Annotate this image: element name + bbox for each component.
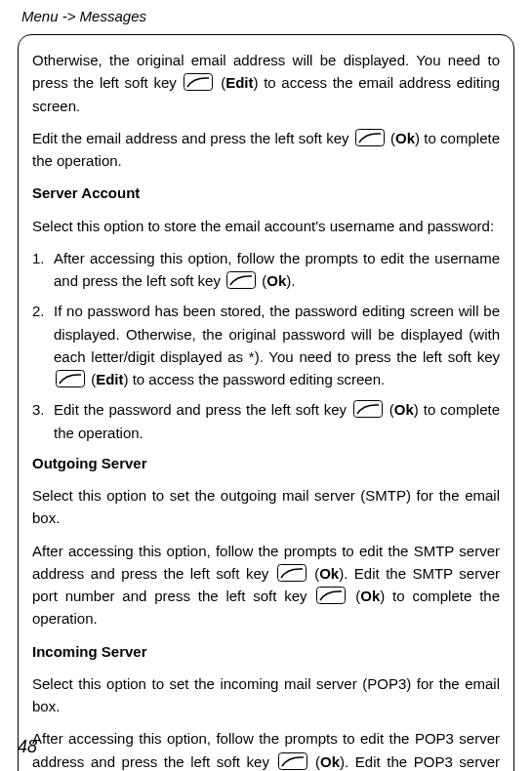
list-number: 2. (32, 300, 45, 322)
paragraph-outgoing-intro: Select this option to set the outgoing m… (32, 484, 500, 530)
text: If no password has been stored, the pass… (54, 303, 500, 365)
text: Edit the password and press the left sof… (54, 401, 351, 418)
list-item: 1. After accessing this option, follow t… (32, 247, 500, 293)
label-edit: Edit (225, 74, 253, 91)
server-account-steps: 1. After accessing this option, follow t… (32, 247, 500, 444)
text: ). (286, 272, 295, 289)
label-ok: Ok (394, 401, 414, 418)
text: Edit the email address and press the lef… (32, 130, 353, 146)
paragraph-incoming-intro: Select this option to set the incoming m… (32, 672, 500, 718)
left-softkey-icon (184, 73, 213, 91)
text: ( (387, 130, 395, 146)
label-ok: Ok (360, 588, 380, 604)
paragraph-server-account: Select this option to store the email ac… (32, 215, 500, 237)
paragraph-email-display: Otherwise, the original email address wi… (32, 49, 500, 117)
svg-rect-3 (57, 371, 85, 387)
left-softkey-icon (355, 129, 385, 146)
page-number: 48 (18, 737, 37, 757)
left-softkey-icon (278, 752, 307, 770)
svg-rect-0 (184, 74, 213, 91)
label-ok: Ok (319, 565, 339, 582)
svg-rect-7 (278, 752, 307, 769)
label-ok: Ok (320, 753, 340, 770)
list-item: 2. If no password has been stored, the p… (32, 300, 500, 390)
svg-rect-2 (227, 272, 256, 289)
breadcrumb: Menu -> Messages (21, 8, 514, 24)
heading-server-account: Server Account (32, 182, 500, 204)
paragraph-edit-email: Edit the email address and press the lef… (32, 127, 500, 173)
label-ok: Ok (266, 272, 286, 289)
heading-incoming-server: Incoming Server (32, 640, 500, 663)
svg-rect-6 (317, 588, 346, 604)
list-number: 3. (32, 398, 45, 421)
left-softkey-icon (353, 400, 383, 418)
heading-outgoing-server: Outgoing Server (32, 452, 500, 474)
left-softkey-icon (226, 271, 256, 289)
label-ok: Ok (395, 130, 415, 146)
text: ( (87, 371, 96, 387)
label-edit: Edit (96, 371, 123, 387)
left-softkey-icon (277, 564, 307, 582)
list-number: 1. (32, 247, 45, 269)
left-softkey-icon (316, 587, 346, 604)
paragraph-outgoing-steps: After accessing this option, follow the … (32, 540, 500, 630)
text: ( (258, 272, 266, 289)
left-softkey-icon (56, 370, 85, 387)
text: ( (348, 588, 360, 604)
svg-rect-5 (277, 564, 306, 581)
svg-rect-1 (355, 129, 384, 145)
text: ( (308, 565, 319, 582)
text: ( (309, 753, 321, 770)
svg-rect-4 (353, 401, 382, 418)
content-box: Otherwise, the original email address wi… (18, 34, 514, 771)
text: ( (385, 401, 394, 418)
paragraph-incoming-steps: After accessing this option, follow the … (32, 727, 500, 771)
text: ) to access the password editing screen. (124, 371, 386, 387)
text: ( (215, 74, 225, 91)
list-item: 3. Edit the password and press the left … (32, 398, 500, 444)
